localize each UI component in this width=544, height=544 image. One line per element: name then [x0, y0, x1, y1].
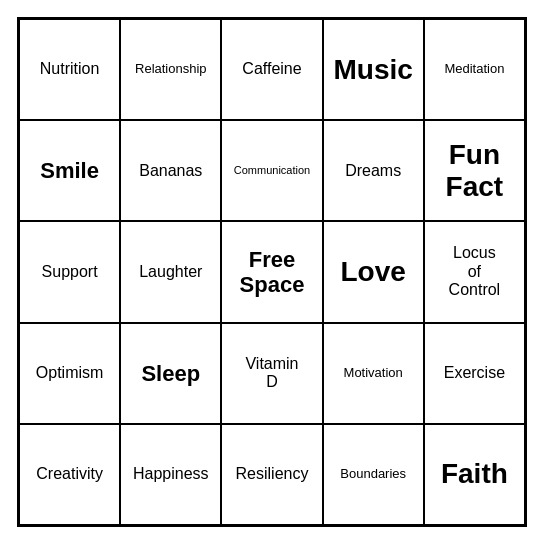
cell-label-r3c3: Motivation	[344, 366, 403, 381]
cell-r0c1: Relationship	[120, 19, 221, 120]
cell-label-r4c4: Faith	[441, 458, 508, 490]
cell-label-r1c3: Dreams	[345, 162, 401, 180]
cell-r0c2: Caffeine	[221, 19, 322, 120]
cell-label-r2c3: Love	[341, 256, 406, 288]
cell-label-r0c1: Relationship	[135, 62, 207, 77]
cell-r4c0: Creativity	[19, 424, 120, 525]
cell-r1c0: Smile	[19, 120, 120, 221]
cell-label-r2c2: FreeSpace	[240, 247, 305, 298]
cell-r3c3: Motivation	[323, 323, 424, 424]
cell-label-r4c2: Resiliency	[236, 465, 309, 483]
cell-label-r0c0: Nutrition	[40, 60, 100, 78]
bingo-board: NutritionRelationshipCaffeineMusicMedita…	[17, 17, 527, 527]
cell-r1c1: Bananas	[120, 120, 221, 221]
cell-label-r0c2: Caffeine	[242, 60, 301, 78]
cell-label-r0c4: Meditation	[444, 62, 504, 77]
cell-r2c3: Love	[323, 221, 424, 322]
cell-r3c0: Optimism	[19, 323, 120, 424]
cell-label-r0c3: Music	[334, 54, 413, 86]
cell-label-r4c3: Boundaries	[340, 467, 406, 482]
cell-r4c1: Happiness	[120, 424, 221, 525]
cell-r1c4: FunFact	[424, 120, 525, 221]
cell-label-r3c1: Sleep	[141, 361, 200, 386]
cell-label-r3c0: Optimism	[36, 364, 104, 382]
cell-label-r2c1: Laughter	[139, 263, 202, 281]
cell-label-r1c1: Bananas	[139, 162, 202, 180]
cell-label-r2c0: Support	[42, 263, 98, 281]
cell-r0c0: Nutrition	[19, 19, 120, 120]
cell-r0c4: Meditation	[424, 19, 525, 120]
cell-r2c2: FreeSpace	[221, 221, 322, 322]
cell-r3c1: Sleep	[120, 323, 221, 424]
cell-label-r3c2: VitaminD	[245, 355, 298, 392]
cell-r2c4: LocusofControl	[424, 221, 525, 322]
cell-r2c1: Laughter	[120, 221, 221, 322]
cell-label-r1c2: Communication	[234, 164, 310, 177]
cell-r4c3: Boundaries	[323, 424, 424, 525]
cell-label-r4c0: Creativity	[36, 465, 103, 483]
cell-label-r1c4: FunFact	[446, 139, 504, 203]
cell-label-r2c4: LocusofControl	[449, 244, 501, 299]
cell-r2c0: Support	[19, 221, 120, 322]
cell-r0c3: Music	[323, 19, 424, 120]
cell-r1c3: Dreams	[323, 120, 424, 221]
cell-label-r4c1: Happiness	[133, 465, 209, 483]
cell-label-r1c0: Smile	[40, 158, 99, 183]
cell-r3c4: Exercise	[424, 323, 525, 424]
cell-r4c2: Resiliency	[221, 424, 322, 525]
cell-r4c4: Faith	[424, 424, 525, 525]
cell-r1c2: Communication	[221, 120, 322, 221]
cell-label-r3c4: Exercise	[444, 364, 505, 382]
cell-r3c2: VitaminD	[221, 323, 322, 424]
